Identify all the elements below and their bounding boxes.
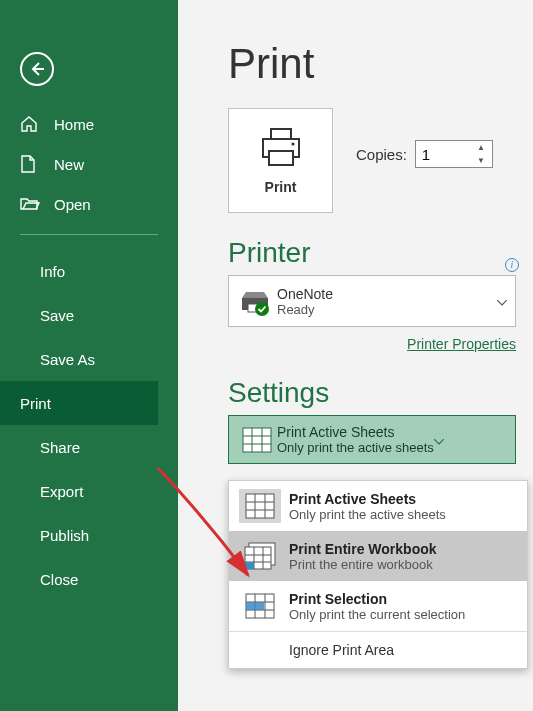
nav-share[interactable]: Share <box>0 425 178 469</box>
backstage-sidebar: Home New Open Info Save Save As Print Sh… <box>0 0 178 711</box>
printer-info-icon[interactable]: i <box>505 258 519 272</box>
option-print-selection[interactable]: Print Selection Only print the current s… <box>229 581 527 631</box>
nav-label: Open <box>54 196 91 213</box>
option-title: Print Selection <box>289 591 465 607</box>
nav-new[interactable]: New <box>20 144 178 184</box>
sheets-icon <box>237 427 277 453</box>
main-panel: Print Print Copies: ▲ ▼ i Printer <box>178 0 533 464</box>
printer-name: OneNote <box>277 286 333 302</box>
option-ignore-print-area[interactable]: Ignore Print Area <box>229 632 527 668</box>
print-button-label: Print <box>265 179 297 195</box>
copies-input[interactable] <box>416 146 472 163</box>
svg-rect-1 <box>269 151 293 165</box>
selection-icon <box>239 589 281 623</box>
copies-down[interactable]: ▼ <box>472 154 490 167</box>
svg-point-4 <box>255 302 269 316</box>
open-icon <box>20 196 42 212</box>
nav-info[interactable]: Info <box>0 249 178 293</box>
nav-label: Save As <box>40 351 95 368</box>
svg-rect-11 <box>246 602 264 610</box>
nav-label: Publish <box>40 527 89 544</box>
nav-export[interactable]: Export <box>0 469 178 513</box>
nav-label: Print <box>20 395 51 412</box>
option-title: Print Entire Workbook <box>289 541 437 557</box>
svg-rect-5 <box>243 428 271 452</box>
nav-save-as[interactable]: Save As <box>0 337 178 381</box>
nav-save[interactable]: Save <box>0 293 178 337</box>
chevron-down-icon <box>497 292 507 310</box>
new-icon <box>20 155 42 173</box>
printer-status: Ready <box>277 302 333 317</box>
page-title: Print <box>228 40 533 88</box>
back-button[interactable] <box>20 52 54 86</box>
copies-spinner[interactable]: ▲ ▼ <box>415 140 493 168</box>
nav-label: Info <box>40 263 65 280</box>
nav-label: Home <box>54 116 94 133</box>
copies-up[interactable]: ▲ <box>472 141 490 154</box>
option-subtitle: Only print the current selection <box>289 607 465 622</box>
sheets-icon <box>239 489 281 523</box>
printer-properties-link[interactable]: Printer Properties <box>407 336 516 352</box>
nav-label: New <box>54 156 84 173</box>
printer-heading: Printer <box>228 237 533 269</box>
option-title: Print Active Sheets <box>289 491 446 507</box>
workbook-icon <box>239 539 281 573</box>
back-arrow-icon <box>28 60 46 78</box>
nav-print[interactable]: Print <box>0 381 158 425</box>
option-subtitle: Only print the active sheets <box>289 507 446 522</box>
nav-label: Export <box>40 483 83 500</box>
nav-close[interactable]: Close <box>0 557 178 601</box>
copies-label: Copies: <box>356 146 407 163</box>
svg-rect-0 <box>271 129 291 139</box>
option-subtitle: Print the entire workbook <box>289 557 437 572</box>
selected-title: Print Active Sheets <box>277 424 434 440</box>
nav-home[interactable]: Home <box>20 104 178 144</box>
printer-selector[interactable]: OneNote Ready <box>228 275 516 327</box>
nav-label: Close <box>40 571 78 588</box>
chevron-down-icon <box>434 431 444 449</box>
svg-rect-6 <box>246 494 274 518</box>
nav-label: Save <box>40 307 74 324</box>
print-button[interactable]: Print <box>228 108 333 213</box>
sidebar-divider <box>20 234 158 235</box>
option-print-entire-workbook[interactable]: Print Entire Workbook Print the entire w… <box>229 531 527 581</box>
svg-rect-9 <box>245 562 254 569</box>
nav-label: Share <box>40 439 80 456</box>
printer-icon <box>259 127 303 167</box>
option-print-active-sheets[interactable]: Print Active Sheets Only print the activ… <box>229 481 527 531</box>
printer-status-icon <box>237 288 277 314</box>
svg-point-2 <box>291 142 294 145</box>
settings-heading: Settings <box>228 377 533 409</box>
home-icon <box>20 115 42 133</box>
print-what-dropdown: Print Active Sheets Only print the activ… <box>228 480 528 669</box>
selected-subtitle: Only print the active sheets <box>277 440 434 455</box>
nav-publish[interactable]: Publish <box>0 513 178 557</box>
nav-open[interactable]: Open <box>20 184 178 224</box>
print-what-selector[interactable]: Print Active Sheets Only print the activ… <box>228 415 516 464</box>
